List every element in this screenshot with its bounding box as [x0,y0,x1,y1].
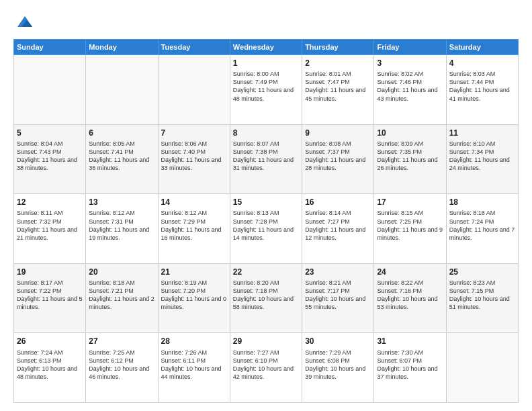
daylight-text: Daylight: 10 hours and 46 minutes. [89,365,149,380]
day-number: 14 [161,197,227,208]
calendar-cell: 29Sunrise: 7:27 AMSunset: 6:10 PMDayligh… [230,333,302,403]
sunset-text: Sunset: 7:22 PM [17,287,62,294]
daylight-text: Daylight: 10 hours and 42 minutes. [233,365,294,380]
sunrise-text: Sunrise: 8:07 AM [233,140,279,147]
daylight-text: Daylight: 10 hours and 55 minutes. [305,295,365,310]
calendar-cell: 26Sunrise: 7:24 AMSunset: 6:13 PMDayligh… [14,333,86,403]
daylight-text: Daylight: 11 hours and 28 minutes. [305,156,365,171]
calendar-cell: 10Sunrise: 8:09 AMSunset: 7:35 PMDayligh… [374,124,446,194]
day-number: 29 [233,336,299,347]
sunrise-text: Sunrise: 8:21 AM [305,279,351,286]
calendar-cell: 25Sunrise: 8:23 AMSunset: 7:15 PMDayligh… [446,263,518,333]
weekday-header-saturday: Saturday [446,40,518,55]
daylight-text: Daylight: 10 hours and 51 minutes. [449,295,510,310]
sunrise-text: Sunrise: 8:16 AM [449,210,496,216]
daylight-text: Daylight: 10 hours and 48 minutes. [17,365,77,380]
sunset-text: Sunset: 7:31 PM [89,218,134,225]
calendar-cell: 15Sunrise: 8:13 AMSunset: 7:28 PMDayligh… [230,194,302,264]
sunrise-text: Sunrise: 8:14 AM [305,210,351,216]
calendar-cell: 12Sunrise: 8:11 AMSunset: 7:32 PMDayligh… [14,194,86,264]
day-number: 11 [449,128,515,138]
header [13,11,519,32]
daylight-text: Daylight: 10 hours and 37 minutes. [377,365,437,380]
daylight-text: Daylight: 10 hours and 39 minutes. [305,365,365,380]
sunrise-text: Sunrise: 7:24 AM [17,349,63,356]
sunrise-text: Sunrise: 8:00 AM [233,71,279,77]
sunset-text: Sunset: 7:40 PM [161,148,206,155]
calendar-cell: 1Sunrise: 8:00 AMSunset: 7:49 PMDaylight… [230,55,302,125]
day-number: 7 [161,128,227,138]
sunrise-text: Sunrise: 8:08 AM [305,140,351,147]
sunrise-text: Sunrise: 8:09 AM [377,140,423,147]
weekday-header-friday: Friday [374,40,446,55]
day-number: 28 [161,336,227,347]
daylight-text: Daylight: 11 hours and 14 minutes. [233,226,294,241]
day-number: 27 [89,336,154,347]
day-number: 20 [89,267,154,277]
sunset-text: Sunset: 7:17 PM [305,287,350,294]
sunrise-text: Sunrise: 8:19 AM [161,279,208,286]
daylight-text: Daylight: 10 hours and 58 minutes. [233,295,294,310]
calendar-cell: 22Sunrise: 8:20 AMSunset: 7:18 PMDayligh… [230,263,302,333]
calendar-cell: 17Sunrise: 8:15 AMSunset: 7:25 PMDayligh… [374,194,446,264]
sunrise-text: Sunrise: 7:29 AM [305,349,351,356]
daylight-text: Daylight: 10 hours and 53 minutes. [377,295,437,310]
daylight-text: Daylight: 11 hours and 45 minutes. [305,87,365,101]
calendar-cell: 19Sunrise: 8:17 AMSunset: 7:22 PMDayligh… [14,263,86,333]
sunset-text: Sunset: 7:47 PM [305,79,350,85]
sunrise-text: Sunrise: 8:05 AM [89,140,135,147]
sunset-text: Sunset: 7:25 PM [377,218,422,225]
sunrise-text: Sunrise: 8:02 AM [377,71,423,77]
calendar-cell: 14Sunrise: 8:12 AMSunset: 7:29 PMDayligh… [158,194,230,264]
sunset-text: Sunset: 7:24 PM [449,218,494,225]
day-number: 9 [305,128,371,138]
day-number: 15 [233,197,299,208]
day-number: 12 [17,197,83,208]
calendar-cell: 4Sunrise: 8:03 AMSunset: 7:44 PMDaylight… [446,55,518,125]
calendar-cell: 2Sunrise: 8:01 AMSunset: 7:47 PMDaylight… [302,55,374,125]
calendar-cell: 23Sunrise: 8:21 AMSunset: 7:17 PMDayligh… [302,263,374,333]
sunset-text: Sunset: 6:11 PM [161,357,206,364]
sunrise-text: Sunrise: 8:12 AM [161,210,208,216]
daylight-text: Daylight: 11 hours and 33 minutes. [161,156,222,171]
daylight-text: Daylight: 11 hours and 2 minutes. [89,295,154,310]
daylight-text: Daylight: 11 hours and 38 minutes. [17,156,77,171]
calendar-cell [446,333,518,403]
weekday-header-wednesday: Wednesday [230,40,302,55]
calendar-cell: 7Sunrise: 8:06 AMSunset: 7:40 PMDaylight… [158,124,230,194]
sunset-text: Sunset: 7:49 PM [233,79,278,85]
calendar-cell: 11Sunrise: 8:10 AMSunset: 7:34 PMDayligh… [446,124,518,194]
calendar-week-row: 5Sunrise: 8:04 AMSunset: 7:43 PMDaylight… [14,124,519,194]
sunset-text: Sunset: 7:15 PM [449,287,494,294]
day-number: 10 [377,128,443,138]
weekday-header-tuesday: Tuesday [158,40,230,55]
calendar-cell: 18Sunrise: 8:16 AMSunset: 7:24 PMDayligh… [446,194,518,264]
day-number: 24 [377,267,443,277]
calendar-cell: 5Sunrise: 8:04 AMSunset: 7:43 PMDaylight… [14,124,86,194]
calendar-week-row: 1Sunrise: 8:00 AMSunset: 7:49 PMDaylight… [14,55,519,125]
logo-icon [15,12,35,32]
day-number: 3 [377,58,443,68]
calendar-cell: 6Sunrise: 8:05 AMSunset: 7:41 PMDaylight… [86,124,158,194]
day-number: 4 [449,58,515,68]
calendar: SundayMondayTuesdayWednesdayThursdayFrid… [13,39,519,403]
daylight-text: Daylight: 11 hours and 19 minutes. [89,226,149,241]
day-number: 18 [449,197,515,208]
sunrise-text: Sunrise: 8:10 AM [449,140,496,147]
sunset-text: Sunset: 7:16 PM [377,287,422,294]
sunset-text: Sunset: 6:13 PM [17,357,62,364]
daylight-text: Daylight: 11 hours and 43 minutes. [377,87,437,101]
sunrise-text: Sunrise: 8:15 AM [377,210,423,216]
calendar-cell: 9Sunrise: 8:08 AMSunset: 7:37 PMDaylight… [302,124,374,194]
weekday-header-thursday: Thursday [302,40,374,55]
sunset-text: Sunset: 6:07 PM [377,357,422,364]
sunset-text: Sunset: 6:10 PM [233,357,278,364]
sunrise-text: Sunrise: 8:17 AM [17,279,63,286]
sunrise-text: Sunrise: 8:18 AM [89,279,135,286]
sunrise-text: Sunrise: 8:04 AM [17,140,63,147]
daylight-text: Daylight: 11 hours and 9 minutes. [377,226,443,241]
sunrise-text: Sunrise: 8:23 AM [449,279,496,286]
sunset-text: Sunset: 7:46 PM [377,79,422,85]
sunrise-text: Sunrise: 8:13 AM [233,210,279,216]
sunset-text: Sunset: 7:18 PM [233,287,278,294]
